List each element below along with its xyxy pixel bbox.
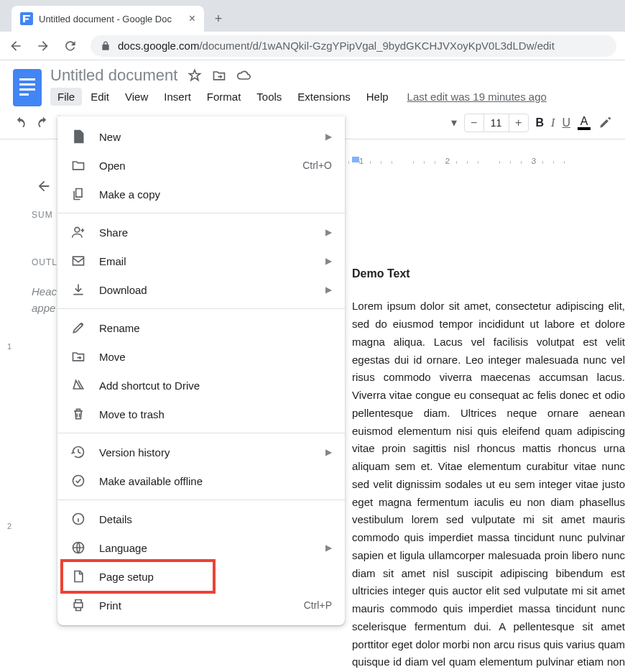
menu-item-move-to-trash[interactable]: Move to trash	[57, 400, 345, 428]
menu-item-make-a-copy[interactable]: Make a copy	[57, 180, 345, 208]
menu-item-label: Open	[99, 160, 290, 172]
menu-item-share[interactable]: Share▶	[57, 218, 345, 247]
menu-item-print[interactable]: PrintCtrl+P	[57, 591, 345, 620]
menu-edit[interactable]: Edit	[83, 88, 116, 106]
menu-item-download[interactable]: Download▶	[57, 275, 345, 304]
vertical-ruler[interactable]: 1 2	[3, 170, 20, 672]
menu-tools[interactable]: Tools	[249, 88, 289, 106]
menu-item-new[interactable]: New▶	[57, 122, 345, 151]
menu-item-email[interactable]: Email▶	[57, 247, 345, 275]
download-icon	[70, 282, 86, 297]
menu-view[interactable]: View	[118, 88, 155, 106]
bold-button[interactable]: B	[536, 116, 545, 129]
summary-label: SUM	[32, 210, 53, 220]
last-edit-link[interactable]: Last edit was 19 minutes ago	[407, 91, 547, 103]
globe-icon	[70, 540, 86, 555]
highlight-button[interactable]	[598, 116, 612, 130]
redo-button[interactable]	[36, 116, 50, 130]
svg-rect-1	[73, 257, 84, 265]
star-icon[interactable]	[188, 68, 202, 83]
submenu-arrow-icon: ▶	[325, 447, 332, 457]
tab-title: Untitled document - Google Doc	[39, 14, 183, 24]
browser-address-bar: docs.google.com/document/d/1wANQkil-GzgY…	[0, 32, 625, 60]
submenu-arrow-icon: ▶	[325, 132, 332, 142]
history-icon	[70, 445, 86, 459]
new-tab-button[interactable]: +	[208, 9, 228, 29]
drive-move-icon	[70, 349, 86, 364]
paragraph[interactable]: Lorem ipsum dolor sit amet, consectetur …	[352, 298, 625, 672]
undo-button[interactable]	[13, 116, 27, 130]
menu-item-label: Version history	[99, 446, 312, 459]
menu-help[interactable]: Help	[359, 88, 396, 106]
menu-item-open[interactable]: OpenCtrl+O	[57, 151, 345, 180]
move-icon[interactable]	[212, 68, 226, 83]
info-icon	[70, 512, 86, 526]
nav-reload-icon[interactable]	[63, 39, 78, 53]
menu-item-label: Language	[99, 542, 312, 554]
docs-header: Untitled document FileEditViewInsertForm…	[0, 60, 625, 106]
copy-icon	[70, 187, 86, 201]
menu-item-label: Move to trash	[99, 408, 332, 420]
menu-item-label: Page setup	[99, 571, 332, 583]
italic-button[interactable]: I	[551, 116, 555, 129]
lock-icon	[101, 41, 111, 51]
menu-separator	[57, 308, 345, 309]
trash-icon	[70, 407, 86, 421]
menu-format[interactable]: Format	[200, 88, 249, 106]
cloud-status-icon[interactable]	[236, 68, 251, 83]
menu-item-version-history[interactable]: Version history▶	[57, 438, 345, 466]
menu-separator	[57, 500, 345, 500]
shortcut-label: Ctrl+P	[304, 599, 332, 611]
horizontal-ruler[interactable]: 123	[345, 154, 625, 168]
menu-insert[interactable]: Insert	[157, 88, 198, 106]
tab-close-icon[interactable]: ×	[189, 12, 195, 25]
submenu-arrow-icon: ▶	[325, 227, 332, 237]
menu-separator	[57, 213, 345, 213]
menu-item-page-setup[interactable]: Page setup	[57, 562, 345, 591]
submenu-arrow-icon: ▶	[325, 543, 332, 553]
docs-favicon-icon	[20, 12, 33, 25]
document-body[interactable]: Demo Text Lorem ipsum dolor sit amet, co…	[352, 264, 625, 672]
browser-tab[interactable]: Untitled document - Google Doc ×	[11, 6, 204, 32]
menu-file[interactable]: File	[50, 88, 82, 106]
outline-collapse-button[interactable]	[36, 178, 52, 194]
menu-bar: FileEditViewInsertFormatToolsExtensionsH…	[50, 88, 547, 106]
doc-heading[interactable]: Demo Text	[352, 264, 625, 283]
menu-item-label: Move	[99, 351, 332, 363]
drive-shortcut-icon	[70, 378, 86, 392]
menu-item-label: Email	[99, 255, 312, 267]
submenu-arrow-icon: ▶	[325, 285, 332, 295]
underline-button[interactable]: U	[562, 116, 570, 129]
menu-item-make-available-offline[interactable]: Make available offline	[57, 466, 345, 495]
text-color-button[interactable]: A	[578, 116, 591, 130]
menu-extensions[interactable]: Extensions	[290, 88, 357, 106]
person-add-icon	[70, 225, 86, 239]
nav-back-icon[interactable]	[9, 39, 23, 53]
menu-item-details[interactable]: Details	[57, 505, 345, 533]
menu-item-label: Add shortcut to Drive	[99, 379, 332, 392]
svg-point-2	[73, 476, 84, 487]
font-size-value[interactable]: 11	[483, 114, 509, 132]
menu-item-language[interactable]: Language▶	[57, 533, 345, 562]
mail-icon	[70, 254, 86, 268]
shortcut-label: Ctrl+O	[302, 160, 332, 171]
font-dropdown[interactable]: ▾	[451, 116, 457, 129]
menu-item-label: Make available offline	[99, 475, 332, 487]
menu-item-label: Share	[99, 226, 312, 239]
menu-item-label: Download	[99, 284, 312, 296]
nav-forward-icon[interactable]	[36, 39, 50, 53]
menu-item-label: Details	[99, 513, 332, 525]
doc-title-input[interactable]: Untitled document	[50, 66, 177, 85]
submenu-arrow-icon: ▶	[325, 256, 332, 266]
pencil-icon	[70, 321, 86, 335]
menu-item-add-shortcut-to-drive[interactable]: Add shortcut to Drive	[57, 371, 345, 400]
url-input[interactable]: docs.google.com/document/d/1wANQkil-GzgY…	[91, 35, 616, 57]
indent-marker[interactable]	[352, 157, 359, 162]
font-size-decrease[interactable]: −	[465, 116, 483, 129]
font-size-increase[interactable]: +	[509, 116, 528, 129]
docs-logo-icon[interactable]	[13, 69, 42, 106]
doc-icon	[70, 129, 86, 144]
menu-item-move[interactable]: Move	[57, 342, 345, 371]
menu-separator	[57, 433, 345, 433]
menu-item-rename[interactable]: Rename	[57, 313, 345, 342]
